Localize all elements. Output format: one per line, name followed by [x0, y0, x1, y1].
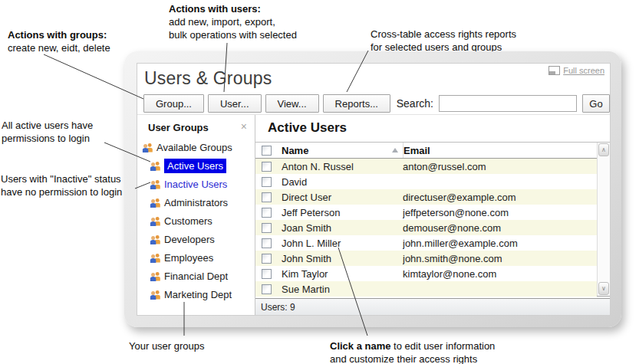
- table-body: Anton N. Russel anton@russel.com David D…: [255, 159, 610, 297]
- row-checkbox[interactable]: [262, 254, 272, 264]
- toolbar: Group... User... View... Reports... Sear…: [143, 94, 610, 113]
- group-menu-button[interactable]: Group...: [143, 94, 204, 113]
- app-window-frame: Full screen Users & Groups Group... User…: [124, 51, 621, 327]
- user-email: jeffpeterson@none.com: [403, 207, 509, 218]
- row-checkbox-cell: [255, 238, 282, 248]
- user-name: John Smith: [282, 253, 331, 264]
- sort-ascending-icon: [392, 148, 398, 152]
- row-checkbox-cell: [255, 192, 282, 202]
- user-email-cell: anton@russel.com: [403, 161, 597, 172]
- annotation-actions-groups-body: create new, eidt, delete: [8, 42, 110, 54]
- user-email-cell: john.smith@none.com: [403, 253, 597, 264]
- sidebar-group-item[interactable]: Marketing Dept: [137, 285, 255, 303]
- user-email-cell: directuser@example.com: [403, 192, 597, 203]
- group-users-icon: [150, 216, 161, 226]
- active-users-title: Active Users: [268, 120, 347, 136]
- row-checkbox-cell: [255, 254, 282, 264]
- row-checkbox-cell: [255, 284, 282, 294]
- row-checkbox[interactable]: [262, 284, 272, 294]
- group-users-icon: [150, 253, 161, 263]
- search-go-button[interactable]: Go: [582, 94, 610, 113]
- name-column-header[interactable]: Name: [282, 143, 403, 158]
- chevron-down-icon: ∨: [601, 286, 606, 292]
- user-name-cell[interactable]: John Smith: [282, 253, 403, 264]
- user-name: David: [282, 176, 307, 188]
- sidebar-group-item[interactable]: Developers: [137, 230, 255, 248]
- header-checkbox-cell: [255, 146, 282, 156]
- table-row[interactable]: Direct User directuser@example.com: [255, 189, 597, 205]
- annotation-click-name: Click a name to edit user information an…: [330, 339, 495, 364]
- group-users-icon: [150, 234, 161, 244]
- group-item-label: Employees: [164, 252, 213, 264]
- table-row[interactable]: Joan Smith demouser@none.com: [255, 220, 597, 235]
- row-checkbox[interactable]: [262, 269, 272, 279]
- table-scrollbar[interactable]: ∧ ∨: [597, 143, 610, 296]
- annotation-reports-line1: Cross-table access rights reports: [371, 28, 516, 40]
- table-row[interactable]: John L. Miller john.miller@example.com: [255, 235, 597, 251]
- user-name-cell[interactable]: Kim Taylor: [282, 268, 403, 280]
- sidebar-group-item[interactable]: Available Groups: [137, 138, 255, 156]
- row-checkbox-cell: [255, 177, 282, 187]
- sidebar-group-item[interactable]: Active Users: [137, 156, 255, 175]
- row-checkbox[interactable]: [262, 162, 272, 172]
- user-name-cell[interactable]: Anton N. Russel: [282, 161, 403, 172]
- user-name-cell[interactable]: Direct User: [282, 192, 403, 203]
- sidebar-group-item[interactable]: Customers: [137, 212, 255, 230]
- table-row[interactable]: Anton N. Russel anton@russel.com: [255, 159, 597, 174]
- annotation-click-name-bold: Click a name: [330, 340, 391, 352]
- row-checkbox[interactable]: [262, 223, 272, 233]
- annotation-actions-users-line1: add new, import, export,: [169, 16, 275, 28]
- user-name-cell[interactable]: Joan Smith: [282, 222, 403, 234]
- sidebar-group-item[interactable]: Financial Dept: [137, 267, 255, 285]
- user-email: directuser@example.com: [403, 192, 516, 203]
- email-column-header[interactable]: Email: [403, 145, 597, 156]
- user-name-cell[interactable]: Jeff Peterson: [282, 207, 403, 218]
- fullscreen-link[interactable]: Full screen: [548, 66, 604, 75]
- group-item-label: Developers: [164, 234, 215, 245]
- user-menu-button[interactable]: User...: [208, 94, 262, 113]
- sidebar-group-item[interactable]: Administrators: [137, 193, 255, 212]
- table-row[interactable]: Jeff Peterson jeffpeterson@none.com: [255, 205, 597, 220]
- row-checkbox[interactable]: [262, 177, 272, 187]
- table-row[interactable]: Kim Taylor kimtaylor@none.com: [255, 266, 597, 281]
- table-header-row: Name Email: [255, 143, 597, 159]
- group-item-label: Marketing Dept: [164, 289, 232, 300]
- fullscreen-icon: [548, 66, 560, 75]
- sidebar-group-item[interactable]: Employees: [137, 248, 255, 267]
- scroll-up-button[interactable]: ∧: [598, 143, 609, 156]
- user-email-cell: demouser@none.com: [403, 222, 597, 234]
- row-checkbox-cell: [255, 223, 282, 233]
- table-row[interactable]: Sue Martin: [255, 281, 597, 297]
- row-checkbox[interactable]: [262, 238, 272, 248]
- user-email: demouser@none.com: [403, 222, 501, 234]
- group-users-icon: [150, 290, 161, 300]
- user-name: Joan Smith: [282, 222, 331, 234]
- user-name-cell[interactable]: Sue Martin: [282, 284, 403, 295]
- name-column-label: Name: [282, 145, 308, 156]
- table-row[interactable]: John Smith john.smith@none.com: [255, 251, 597, 266]
- user-email-cell: john.miller@example.com: [403, 238, 597, 249]
- user-name-cell[interactable]: John L. Miller: [282, 238, 403, 249]
- search-input[interactable]: [439, 95, 577, 112]
- annotation-inactive-users: Users with "Inactive" status have no per…: [1, 172, 122, 198]
- view-menu-button[interactable]: View...: [265, 94, 319, 113]
- table-row[interactable]: David: [255, 174, 597, 189]
- row-checkbox-cell: [255, 269, 282, 279]
- annotation-inactive-users-line2: have no permission to login: [1, 186, 122, 198]
- reports-menu-button[interactable]: Reports...: [323, 94, 390, 113]
- scroll-down-button[interactable]: ∨: [598, 282, 609, 295]
- sidebar-group-item[interactable]: Inactive Users: [137, 175, 255, 193]
- row-checkbox[interactable]: [262, 208, 272, 218]
- annotation-click-name-line2: and customize their access rights: [330, 353, 477, 364]
- user-name-cell[interactable]: David: [282, 176, 403, 188]
- select-all-checkbox[interactable]: [262, 146, 272, 156]
- row-checkbox[interactable]: [262, 192, 272, 202]
- group-item-label: Financial Dept: [164, 271, 228, 282]
- group-users-icon: [150, 179, 161, 189]
- users-count: Users: 9: [261, 302, 295, 313]
- close-icon[interactable]: ×: [241, 121, 247, 132]
- app-window: Full screen Users & Groups Group... User…: [137, 63, 611, 316]
- annotation-actions-users-title: Actions with users:: [169, 3, 261, 15]
- annotation-active-users: All active users have permissions to log…: [2, 119, 93, 145]
- user-email: john.miller@example.com: [403, 238, 518, 249]
